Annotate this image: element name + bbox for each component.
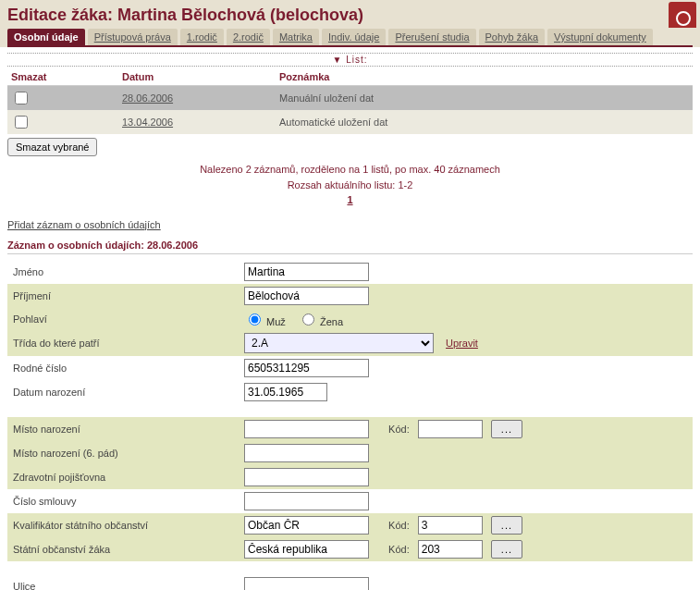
birthdate-input[interactable]: [244, 383, 327, 401]
rc-label: Rodné číslo: [7, 356, 239, 380]
add-record-link[interactable]: Přidat záznam o osobních údajích: [7, 219, 161, 230]
firstname-input[interactable]: [244, 263, 369, 281]
pager-line2: Rozsah aktuálního listu: 1-2: [288, 179, 413, 191]
col-date: Datum: [118, 68, 276, 86]
contract-label: Číslo smlouvy: [7, 489, 239, 513]
birthplace-input[interactable]: [244, 420, 369, 438]
pager-line1: Nalezeno 2 záznamů, rozděleno na 1 listů…: [200, 164, 500, 175]
gender-male-radio[interactable]: [249, 313, 261, 326]
gender-label: Pohlaví: [7, 308, 239, 330]
code-label: Kód:: [372, 520, 415, 531]
col-delete: Smazat: [7, 68, 118, 86]
tab-matrika[interactable]: Matrika: [273, 29, 319, 45]
row-note: Manuální uložení dat: [276, 86, 693, 111]
insurance-label: Zdravotní pojišťovna: [7, 465, 239, 489]
row-date-link[interactable]: 28.06.2006: [122, 92, 173, 104]
code-label: Kód:: [372, 424, 415, 435]
row-note: Automatické uložení dat: [276, 110, 693, 134]
row-select-checkbox[interactable]: [15, 116, 28, 129]
class-label: Třída do které patří: [7, 330, 239, 356]
contract-input[interactable]: [244, 492, 369, 510]
tab-1-rodi-[interactable]: 1.rodič: [180, 29, 224, 45]
lastname-input[interactable]: [244, 287, 369, 305]
pager-info: Nalezeno 2 záznamů, rozděleno na 1 listů…: [7, 162, 693, 208]
code-label: Kód:: [372, 544, 415, 555]
citizenship-code-input[interactable]: [418, 540, 483, 559]
gender-female-radio[interactable]: [302, 313, 314, 326]
tab-osobn-daje[interactable]: Osobní údaje: [7, 29, 85, 45]
col-note: Poznámka: [276, 68, 693, 86]
table-row: 13.04.2006Automatické uložení dat: [7, 110, 693, 134]
gender-male-option[interactable]: Muž: [244, 316, 286, 327]
birthplace-code-input[interactable]: [418, 420, 483, 438]
citizenship-label: Státní občanství žáka: [7, 537, 239, 561]
firstname-label: Jméno: [7, 260, 239, 284]
tab-pohyb-ka[interactable]: Pohyb žáka: [479, 29, 545, 45]
tab-p-eru-en-studia[interactable]: Přerušení studia: [388, 29, 475, 45]
row-select-checkbox[interactable]: [15, 92, 28, 104]
citizenship-q-input[interactable]: [244, 516, 369, 535]
tab-2-rodi-[interactable]: 2.rodič: [227, 29, 270, 45]
birthdate-label: Datum narození: [7, 380, 239, 404]
insurance-input[interactable]: [244, 468, 369, 486]
birthplace-label: Místo narození: [7, 417, 239, 441]
birthplace6-input[interactable]: [244, 444, 369, 462]
tab-bar: Osobní údajePřístupová práva1.rodič2.rod…: [7, 29, 693, 47]
class-select[interactable]: 2.A: [244, 333, 434, 353]
list-band-label: ▼ List:: [7, 53, 693, 67]
citizenship-q-browse-button[interactable]: ...: [491, 516, 522, 535]
street-input[interactable]: [244, 577, 369, 591]
class-edit-link[interactable]: Upravit: [446, 338, 478, 349]
header-app-icon: [669, 2, 696, 28]
records-table: Smazat Datum Poznámka 28.06.2006Manuální…: [7, 68, 693, 134]
street-label: Ulice: [7, 574, 239, 591]
citizenship-browse-button[interactable]: ...: [491, 540, 522, 559]
rc-input[interactable]: [244, 359, 369, 377]
lastname-label: Příjmení: [7, 284, 239, 308]
citizenship-q-code-input[interactable]: [418, 516, 483, 535]
citizenship-q-label: Kvalifikátor státního občanství: [7, 513, 239, 537]
citizenship-input[interactable]: [244, 540, 369, 559]
tab-indiv-daje[interactable]: Indiv. údaje: [322, 29, 386, 45]
row-date-link[interactable]: 13.04.2006: [122, 117, 173, 128]
page-title: Editace žáka: Martina Bělochová (belocho…: [7, 6, 693, 25]
edit-form: Jméno Příjmení Pohlaví Muž Žena Třída do…: [7, 260, 693, 591]
birthplace-browse-button[interactable]: ...: [491, 420, 522, 438]
section-title: Záznam o osobních údajích: 28.06.2006: [7, 240, 693, 254]
table-row: 28.06.2006Manuální uložení dat: [7, 86, 693, 111]
delete-selected-button[interactable]: Smazat vybrané: [7, 138, 97, 156]
tab-p-stupov-pr-va[interactable]: Přístupová práva: [88, 29, 178, 45]
pager-current-page[interactable]: 1: [347, 194, 352, 205]
birthplace6-label: Místo narození (6. pád): [7, 441, 239, 465]
gender-female-option[interactable]: Žena: [298, 316, 343, 327]
tab-v-stupn-dokumenty[interactable]: Výstupní dokumenty: [547, 29, 653, 45]
